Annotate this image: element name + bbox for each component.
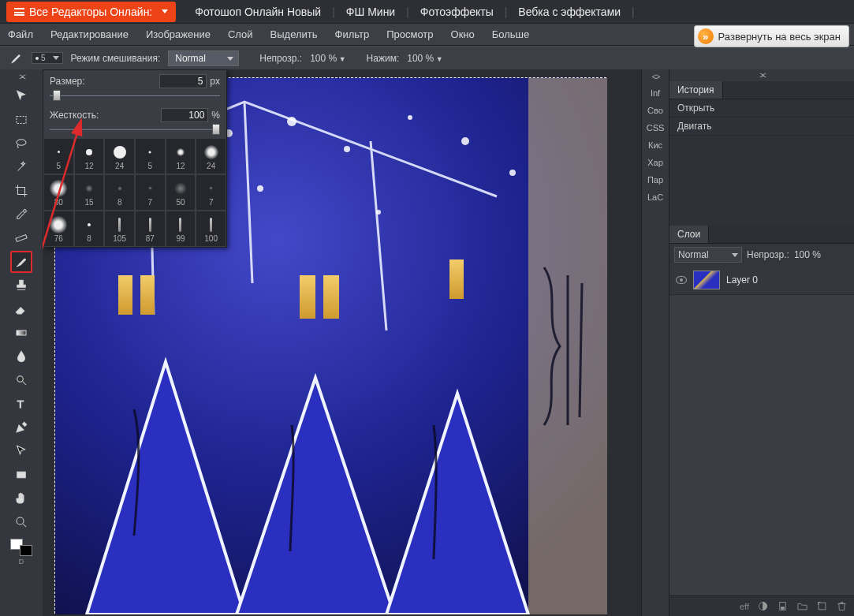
nav-link-3[interactable]: Вебка с эффектами	[518, 6, 621, 18]
svg-rect-12	[300, 275, 315, 319]
nav-link-0[interactable]: Фотошоп Онлайн Новый	[195, 6, 321, 18]
brush-preset[interactable]: 99	[166, 211, 196, 247]
brush-size-input[interactable]	[159, 74, 207, 88]
mini-tab-swatch[interactable]: Сво	[647, 102, 663, 119]
brush-preset-picker[interactable]: 5	[32, 52, 63, 64]
brush-preset[interactable]: 24	[104, 138, 135, 174]
path-select-tool[interactable]	[10, 440, 32, 462]
mini-tab-info[interactable]: Inf	[651, 84, 660, 102]
svg-point-18	[287, 117, 296, 126]
move-tool[interactable]	[10, 85, 32, 107]
menu-file[interactable]: Файл	[8, 28, 33, 40]
expand-label: Развернуть на весь экран	[718, 31, 841, 43]
brush-preset[interactable]: 76	[43, 211, 74, 247]
brush-preset[interactable]: 100	[196, 211, 226, 247]
default-colors-button[interactable]: D	[19, 558, 24, 566]
tab-history[interactable]: История	[669, 81, 723, 99]
layer-row[interactable]: Layer 0	[669, 266, 854, 295]
mini-tab-para[interactable]: Пар	[647, 171, 663, 189]
nav-link-2[interactable]: Фотоэффекты	[420, 6, 494, 18]
pen-tool[interactable]	[10, 416, 32, 439]
brush-size-slider[interactable]	[50, 90, 220, 101]
ruler-tool[interactable]	[10, 227, 32, 249]
menu-filter[interactable]: Фильтр	[335, 28, 370, 40]
menu-select[interactable]: Выделить	[270, 28, 318, 40]
menu-more[interactable]: Больше	[492, 28, 530, 40]
flow-value[interactable]: 100 %	[407, 53, 442, 64]
crop-tool[interactable]	[10, 180, 32, 202]
layer-blend-select[interactable]: Normal	[674, 247, 742, 263]
menu-view[interactable]: Просмотр	[386, 28, 433, 40]
blend-mode-select[interactable]: Normal	[168, 50, 239, 66]
layer-opacity-value[interactable]: 100 %	[794, 249, 821, 260]
layer-thumbnail[interactable]	[693, 271, 720, 289]
brush-preset[interactable]: 87	[135, 211, 166, 247]
brush-preset[interactable]: 7	[135, 174, 166, 211]
brush-hardness-slider[interactable]	[50, 124, 220, 135]
brush-preset[interactable]: 50	[166, 174, 196, 211]
zoom-tool[interactable]	[10, 511, 32, 533]
menu-layer[interactable]: Слой	[228, 28, 253, 40]
brush-preset[interactable]: 24	[196, 138, 226, 174]
menu-image[interactable]: Изображение	[146, 28, 211, 40]
wand-tool[interactable]	[10, 156, 32, 178]
trash-icon[interactable]	[836, 600, 848, 612]
mini-tab-brush[interactable]: Кис	[648, 136, 662, 154]
history-item[interactable]: Двигать	[669, 118, 854, 136]
opacity-value[interactable]: 100 %	[310, 53, 345, 64]
collapsed-panels-strip: < > Inf Сво CSS Кис Хар Пар LaC	[641, 69, 669, 616]
footer-eff-label[interactable]: eff	[740, 602, 749, 611]
brush-size-label: Размер:	[50, 76, 85, 87]
tab-layers[interactable]: Слои	[669, 226, 709, 243]
collapse-chevron-icon[interactable]: > <	[669, 69, 854, 81]
expand-fullscreen-button[interactable]: Развернуть на весь экран	[694, 25, 849, 47]
gradient-tool[interactable]	[10, 322, 32, 344]
nav-link-1[interactable]: ФШ Мини	[346, 6, 395, 18]
mini-tab-lac[interactable]: LaC	[647, 189, 663, 206]
type-tool[interactable]: T	[10, 393, 32, 415]
visibility-eye-icon[interactable]	[676, 276, 687, 284]
adjustment-icon[interactable]	[777, 600, 789, 612]
chevron-down-icon	[53, 56, 59, 60]
mask-icon[interactable]	[757, 600, 769, 612]
menu-window[interactable]: Окно	[451, 28, 475, 40]
svg-rect-3	[17, 330, 26, 335]
mini-tab-css[interactable]: CSS	[647, 119, 665, 136]
brush-preset[interactable]: 5	[43, 138, 74, 174]
editors-dropdown[interactable]: Все Редакторы Онлайн:	[6, 2, 176, 22]
dodge-tool[interactable]	[10, 369, 32, 391]
new-layer-icon[interactable]	[816, 600, 828, 612]
collapse-chevron-icon[interactable]: < >	[652, 73, 658, 81]
layer-name[interactable]: Layer 0	[726, 274, 758, 286]
folder-icon[interactable]	[796, 600, 808, 612]
brush-preset[interactable]: 8	[74, 211, 105, 247]
brush-preset[interactable]: 5	[135, 138, 166, 174]
brush-preset[interactable]: 12	[74, 138, 105, 174]
svg-point-21	[461, 137, 469, 145]
shape-tool[interactable]	[10, 464, 32, 486]
eraser-tool[interactable]	[10, 298, 32, 320]
hand-tool[interactable]	[10, 487, 32, 510]
brush-preset[interactable]: 12	[166, 138, 196, 174]
background-swatch[interactable]	[20, 545, 32, 556]
stamp-tool[interactable]	[10, 274, 32, 297]
collapse-chevron-icon[interactable]: > <	[19, 73, 23, 81]
blur-tool[interactable]	[10, 345, 32, 368]
menu-edit[interactable]: Редактирование	[50, 28, 129, 40]
color-swatches[interactable]	[10, 539, 32, 556]
brush-preset[interactable]: 105	[104, 211, 135, 247]
brush-preset[interactable]: 15	[74, 174, 105, 211]
brush-preset[interactable]: 7	[196, 174, 226, 211]
eyedropper-tool[interactable]	[10, 203, 32, 226]
brush-hardness-input[interactable]	[161, 108, 208, 122]
brush-tool[interactable]	[10, 251, 32, 273]
marquee-tool[interactable]	[10, 109, 32, 131]
layers-footer: eff	[669, 595, 854, 616]
current-tool-icon	[6, 50, 24, 67]
history-item[interactable]: Открыть	[669, 99, 854, 118]
brush-preset[interactable]: 80	[43, 174, 74, 211]
lasso-tool[interactable]	[10, 133, 32, 155]
brush-preset[interactable]: 8	[104, 174, 135, 211]
svg-point-20	[408, 115, 412, 120]
mini-tab-char[interactable]: Хар	[647, 154, 663, 171]
